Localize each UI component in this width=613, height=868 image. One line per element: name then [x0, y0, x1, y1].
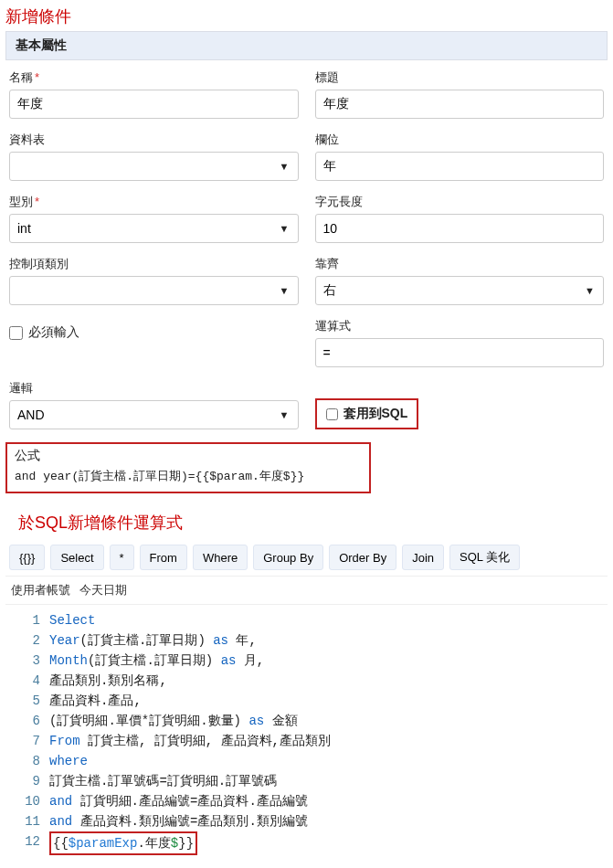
sql-editor[interactable]: 123456789101112 SelectYear(訂貨主檔.訂單日期) as…	[5, 605, 608, 861]
field-operator: 運算式	[315, 318, 605, 367]
select-type[interactable]	[9, 214, 299, 243]
sql-line-param: {{$paramExp.年度$}}	[49, 831, 606, 855]
label-title: 標題	[315, 69, 605, 86]
sql-gutter: 123456789101112	[7, 610, 49, 855]
sql-toolbar-btn-7[interactable]: Join	[402, 545, 444, 570]
sql-secondary-item-1[interactable]: 今天日期	[79, 582, 127, 598]
sql-line: Select	[49, 610, 606, 630]
label-control-type: 控制項類別	[9, 256, 299, 272]
field-column: 欄位	[315, 132, 605, 181]
sql-line: 訂貨主檔.訂單號碼=訂貨明細.訂單號碼	[49, 771, 606, 791]
sql-line: and 產品資料.類別編號=產品類別.類別編號	[49, 811, 606, 831]
sql-line: Month(訂貨主檔.訂單日期) as 月,	[49, 651, 606, 671]
field-apply-sql-wrap: 套用到SQL	[315, 398, 605, 429]
section-header-basic: 基本屬性	[5, 31, 608, 60]
field-char-length: 字元長度	[315, 194, 605, 243]
sql-toolbar-btn-3[interactable]: From	[140, 545, 187, 570]
sql-section-title: 於SQL新增條件運算式	[18, 512, 608, 534]
sql-toolbar-btn-2[interactable]: *	[110, 545, 134, 570]
input-column[interactable]	[315, 152, 605, 181]
formula-code: and year(訂貨主檔.訂單日期)={{$param.年度$}}	[15, 468, 362, 484]
field-logic: 邏輯 ▼	[9, 380, 299, 429]
label-column: 欄位	[315, 132, 605, 148]
input-operator[interactable]	[315, 338, 605, 367]
input-title[interactable]	[315, 90, 605, 119]
field-data-table: 資料表 ▼	[9, 132, 299, 181]
sql-toolbar-btn-0[interactable]: {{}}	[9, 545, 45, 570]
label-name: 名稱*	[9, 69, 299, 86]
input-name[interactable]	[9, 90, 299, 119]
field-name: 名稱*	[9, 69, 299, 119]
sql-line: and 訂貨明細.產品編號=產品資料.產品編號	[49, 791, 606, 811]
sql-toolbar-btn-8[interactable]: SQL 美化	[449, 545, 520, 570]
checkbox-must-input[interactable]	[9, 326, 23, 340]
field-title: 標題	[315, 69, 605, 119]
checkbox-apply-sql[interactable]	[326, 408, 338, 420]
sql-line: 產品資料.產品,	[49, 691, 606, 711]
label-operator: 運算式	[315, 318, 605, 334]
sql-secondary-row: 使用者帳號今天日期	[5, 577, 608, 605]
label-name-text: 名稱	[9, 70, 33, 84]
logic-row: 邏輯 ▼ 套用到SQL	[5, 380, 608, 429]
field-control-type: 控制項類別 ▼	[9, 256, 299, 305]
sql-toolbar-btn-6[interactable]: Order By	[329, 545, 396, 570]
select-data-table[interactable]	[9, 152, 299, 181]
sql-line: From 訂貨主檔, 訂貨明細, 產品資料,產品類別	[49, 731, 606, 751]
sql-line: (訂貨明細.單價*訂貨明細.數量) as 金額	[49, 711, 606, 731]
label-data-table: 資料表	[9, 132, 299, 148]
sql-toolbar-btn-5[interactable]: Group By	[253, 545, 323, 570]
required-mark: *	[35, 70, 39, 84]
sql-line: 產品類別.類別名稱,	[49, 671, 606, 691]
form-grid: 名稱* 標題 資料表 ▼ 欄位 型別* ▼ 字元長度 控制項類別	[5, 69, 608, 367]
label-char-length: 字元長度	[315, 194, 605, 210]
sql-toolbar-btn-1[interactable]: Select	[50, 545, 103, 570]
select-control-type[interactable]	[9, 276, 299, 305]
field-type: 型別* ▼	[9, 194, 299, 243]
apply-sql-box: 套用到SQL	[315, 398, 419, 429]
label-type: 型別*	[9, 194, 299, 210]
label-align: 靠齊	[315, 256, 605, 272]
sql-line: where	[49, 751, 606, 771]
sql-toolbar: {{}}Select*FromWhereGroup ByOrder ByJoin…	[5, 539, 608, 577]
label-type-text: 型別	[9, 195, 33, 208]
page-title: 新增條件	[5, 5, 608, 27]
formula-box: 公式 and year(訂貨主檔.訂單日期)={{$param.年度$}}	[5, 442, 371, 493]
select-align[interactable]	[315, 276, 605, 305]
label-formula: 公式	[15, 448, 362, 464]
select-logic[interactable]	[9, 400, 299, 429]
field-align: 靠齊 ▼	[315, 256, 605, 305]
input-char-length[interactable]	[315, 214, 605, 243]
sql-toolbar-btn-4[interactable]: Where	[193, 545, 248, 570]
sql-code[interactable]: SelectYear(訂貨主檔.訂單日期) as 年,Month(訂貨主檔.訂單…	[49, 610, 606, 855]
required-mark: *	[35, 195, 39, 208]
label-logic: 邏輯	[9, 380, 299, 397]
field-must-input: 必須輸入	[9, 318, 299, 367]
label-must-input: 必須輸入	[28, 324, 79, 341]
sql-secondary-item-0[interactable]: 使用者帳號	[11, 582, 70, 598]
sql-line: Year(訂貨主檔.訂單日期) as 年,	[49, 630, 606, 651]
label-apply-sql: 套用到SQL	[343, 406, 408, 422]
